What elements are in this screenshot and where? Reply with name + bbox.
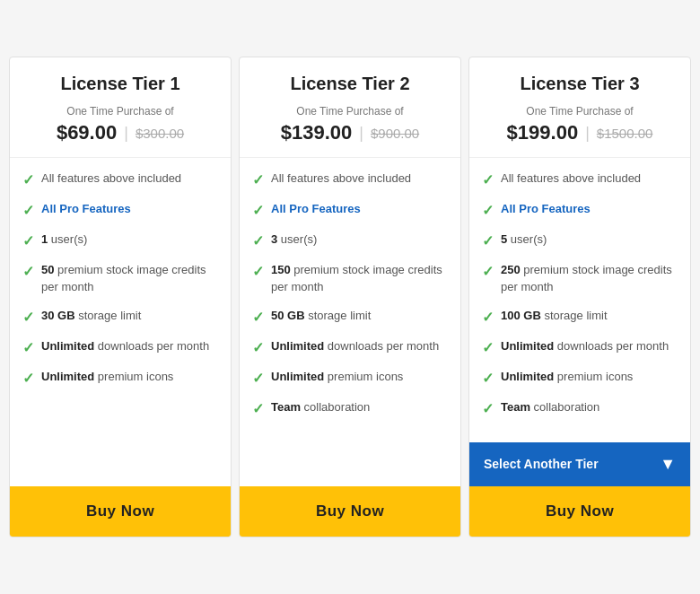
feature-text: All features above included	[41, 170, 181, 187]
tier-1-features: ✓ All features above included ✓ All Pro …	[10, 158, 231, 485]
feature-item: ✓ Unlimited downloads per month	[22, 338, 218, 356]
feature-text: 250 premium stock image credits per mont…	[501, 262, 678, 294]
tier-1-buy-button[interactable]: Buy Now	[10, 486, 231, 537]
check-icon: ✓	[482, 232, 494, 249]
check-icon: ✓	[22, 370, 34, 387]
tier-2-features: ✓ All features above included ✓ All Pro …	[240, 158, 460, 485]
tier-3-header: License Tier 3 One Time Purchase of $199…	[469, 57, 690, 158]
feature-item: ✓ All features above included	[482, 170, 678, 188]
feature-text: 3 user(s)	[271, 231, 317, 248]
tier-1-price-divider: |	[124, 124, 128, 143]
tier-2-footer: Buy Now	[240, 486, 460, 537]
feature-text: Unlimited downloads per month	[501, 338, 669, 354]
tier-2-price-label: One Time Purchase of	[252, 105, 448, 118]
feature-text: Team collaboration	[271, 399, 370, 415]
feature-item: ✓ Team collaboration	[252, 399, 448, 417]
check-icon: ✓	[252, 370, 264, 387]
check-icon: ✓	[252, 232, 264, 249]
feature-pro-link[interactable]: All Pro Features	[41, 201, 131, 217]
feature-item: ✓ Unlimited premium icons	[22, 369, 218, 387]
feature-item: ✓ 3 user(s)	[252, 231, 448, 249]
feature-item: ✓ All Pro Features	[22, 201, 218, 219]
feature-text: 150 premium stock image credits per mont…	[271, 262, 448, 294]
tier-1-header: License Tier 1 One Time Purchase of $69.…	[10, 57, 231, 158]
feature-item: ✓ 250 premium stock image credits per mo…	[482, 262, 678, 294]
feature-text: Team collaboration	[501, 399, 599, 415]
feature-text: 50 GB storage limit	[271, 308, 371, 324]
tier-card-2: License Tier 2 One Time Purchase of $139…	[239, 57, 461, 537]
feature-item: ✓ 1 user(s)	[22, 231, 218, 249]
tier-2-title: License Tier 2	[252, 74, 448, 94]
feature-item: ✓ 5 user(s)	[482, 231, 678, 249]
check-icon: ✓	[252, 400, 264, 417]
tier-1-price-label: One Time Purchase of	[22, 105, 218, 118]
tier-1-price-current: $69.00	[57, 121, 117, 144]
feature-text: Unlimited downloads per month	[271, 338, 439, 354]
tier-1-price-row: $69.00 | $300.00	[22, 121, 218, 144]
feature-item: ✓ Team collaboration	[482, 399, 678, 417]
tier-card-1: License Tier 1 One Time Purchase of $69.…	[9, 57, 232, 537]
feature-pro-link[interactable]: All Pro Features	[271, 201, 361, 217]
feature-item: ✓ All Pro Features	[482, 201, 678, 219]
feature-text: Unlimited downloads per month	[41, 338, 209, 354]
select-tier-label: Select Another Tier	[484, 457, 599, 471]
feature-item: ✓ Unlimited downloads per month	[252, 338, 448, 356]
tier-3-features: ✓ All features above included ✓ All Pro …	[469, 158, 690, 441]
feature-text: 1 user(s)	[41, 231, 87, 248]
feature-item: ✓ 100 GB storage limit	[482, 308, 678, 326]
tier-2-buy-button[interactable]: Buy Now	[240, 486, 460, 537]
feature-text: 30 GB storage limit	[41, 308, 141, 324]
tier-3-price-divider: |	[585, 124, 590, 143]
tier-3-buy-button[interactable]: Buy Now	[469, 486, 690, 537]
feature-item: ✓ Unlimited premium icons	[482, 369, 678, 387]
check-icon: ✓	[22, 263, 34, 280]
tier-2-price-divider: |	[359, 124, 363, 143]
feature-item: ✓ All features above included	[252, 170, 448, 188]
pricing-container: License Tier 1 One Time Purchase of $69.…	[0, 48, 700, 546]
feature-item: ✓ Unlimited downloads per month	[482, 338, 678, 356]
tier-1-price-original: $300.00	[136, 126, 184, 141]
tier-1-footer: Buy Now	[10, 486, 231, 537]
check-icon: ✓	[252, 171, 264, 188]
feature-text: 50 premium stock image credits per month	[41, 262, 218, 294]
tier-3-price-row: $199.00 | $1500.00	[482, 121, 678, 144]
feature-text: 5 user(s)	[501, 231, 547, 248]
chevron-down-icon: ▼	[660, 455, 676, 474]
feature-pro-link[interactable]: All Pro Features	[501, 201, 591, 217]
check-icon: ✓	[482, 202, 494, 219]
select-tier-button[interactable]: Select Another Tier ▼	[469, 442, 690, 486]
check-icon: ✓	[252, 309, 264, 326]
tier-card-3: License Tier 3 One Time Purchase of $199…	[468, 57, 691, 537]
check-icon: ✓	[482, 263, 494, 280]
feature-item: ✓ 30 GB storage limit	[22, 308, 218, 326]
tier-3-price-label: One Time Purchase of	[482, 105, 678, 118]
check-icon: ✓	[22, 309, 34, 326]
feature-text: 100 GB storage limit	[501, 308, 608, 324]
check-icon: ✓	[252, 263, 264, 280]
feature-item: ✓ Unlimited premium icons	[252, 369, 448, 387]
feature-item: ✓ 50 GB storage limit	[252, 308, 448, 326]
check-icon: ✓	[482, 370, 494, 387]
check-icon: ✓	[482, 339, 494, 356]
check-icon: ✓	[22, 232, 34, 249]
tier-3-title: License Tier 3	[482, 74, 678, 94]
feature-item: ✓ All Pro Features	[252, 201, 448, 219]
feature-text: Unlimited premium icons	[41, 369, 173, 385]
feature-item: ✓ 150 premium stock image credits per mo…	[252, 262, 448, 294]
check-icon: ✓	[482, 171, 494, 188]
check-icon: ✓	[252, 339, 264, 356]
feature-text: Unlimited premium icons	[501, 369, 633, 385]
tier-2-price-row: $139.00 | $900.00	[252, 121, 448, 144]
tier-3-footer: Select Another Tier ▼ Buy Now	[469, 442, 690, 537]
check-icon: ✓	[482, 309, 494, 326]
feature-text: Unlimited premium icons	[271, 369, 403, 385]
tier-2-price-original: $900.00	[371, 126, 419, 141]
check-icon: ✓	[252, 202, 264, 219]
tier-1-title: License Tier 1	[22, 74, 218, 94]
tier-2-price-current: $139.00	[281, 121, 353, 144]
tier-3-price-current: $199.00	[507, 121, 579, 144]
check-icon: ✓	[22, 171, 34, 188]
feature-text: All features above included	[271, 170, 411, 187]
check-icon: ✓	[22, 202, 34, 219]
tier-3-price-original: $1500.00	[597, 126, 653, 141]
